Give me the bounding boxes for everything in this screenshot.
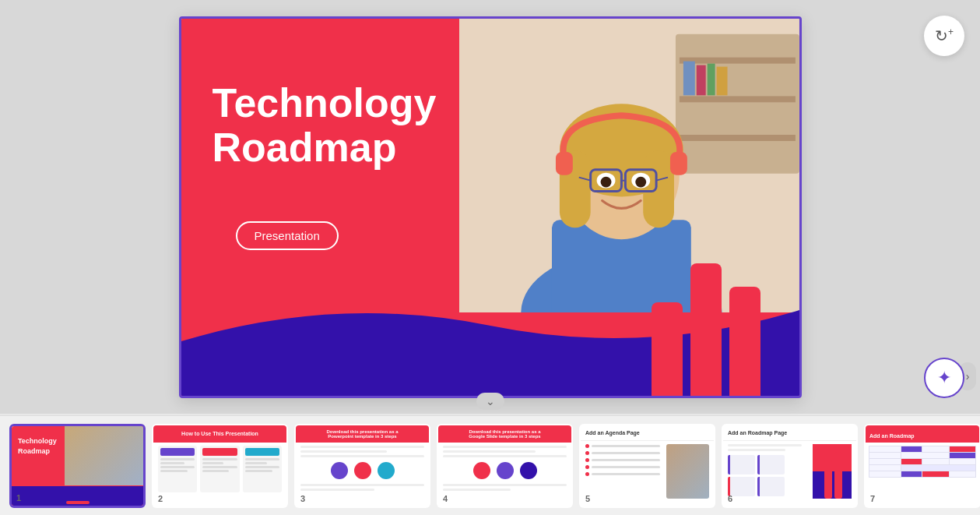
svg-rect-5 [683,61,695,95]
svg-rect-2 [680,57,796,63]
slide-title: Technology Roadmap [213,81,454,170]
svg-rect-29 [834,452,842,499]
svg-rect-1 [676,34,799,173]
ai-magic-button[interactable]: ✦ [924,358,964,398]
thumbnail-7[interactable]: Add an Roadmap [864,424,980,508]
thumb4-header: Download this presentation as aGoogle Sl… [438,425,571,443]
thumb4-step1 [473,462,490,479]
thumb4-step2 [497,462,514,479]
svg-rect-24 [556,151,573,175]
main-slide-area: Technology Roadmap Presentation [0,0,980,414]
thumb1-bottom-dots [12,501,143,504]
thumb3-step2 [354,462,371,479]
svg-rect-25 [670,151,687,175]
thumb5-content [581,441,714,502]
presentation-button[interactable]: Presentation [236,221,339,250]
deco-bar-3 [729,287,760,396]
thumb3-step1 [331,462,348,479]
slide-background: Technology Roadmap Presentation [181,19,799,396]
thumbnail-1[interactable]: Technology Roadmap 1 [9,424,146,508]
thumb7-header: Add an Roadmap [866,425,979,443]
svg-rect-28 [824,460,832,499]
thumb7-number: 7 [870,494,875,503]
thumb3-step3 [378,462,395,479]
thumb3-header: Download this presentation as aPowerpoin… [296,425,429,443]
svg-rect-4 [680,135,796,141]
svg-point-23 [635,176,646,187]
refresh-plus-icon: ↻+ [935,26,954,45]
thumb2-number: 2 [158,494,163,503]
thumb5-header: Add an Agenda Page [581,425,714,441]
thumb3-number: 3 [300,494,305,503]
ai-refresh-button[interactable]: ↻+ [924,16,964,56]
thumbnail-2[interactable]: How to Use This Presentation [152,424,288,508]
deco-bar-2 [690,263,722,396]
thumb6-graphic [813,444,852,499]
thumbnail-strip: Technology Roadmap 1 How to Use This Pre… [0,415,980,515]
thumb2-col-1 [158,446,197,492]
deco-bar-1 [652,302,683,396]
thumb6-number: 6 [728,494,732,503]
thumb5-number: 5 [585,494,590,503]
thumb2-col-3 [243,446,282,492]
thumb3-content [296,443,429,496]
thumb1-photo [65,426,143,486]
decorative-bars [652,256,768,396]
svg-rect-6 [697,65,706,95]
svg-rect-14 [643,150,674,227]
thumb2-col-2 [200,446,239,492]
thumb4-content [438,443,571,496]
thumb4-step3 [520,462,537,479]
thumb6-content [723,441,856,502]
thumb5-photo [666,444,709,499]
thumb2-header: How to Use This Presentation [153,425,286,443]
chevron-down-icon: ⌄ [486,395,495,407]
svg-point-22 [600,176,611,187]
thumb1-title: Technology Roadmap [18,436,65,456]
thumb7-content [866,443,979,481]
thumbnail-5[interactable]: Add an Agenda Page 5 [579,424,715,508]
thumbnail-6[interactable]: Add an Roadmap Page [722,424,858,508]
thumb4-number: 4 [443,494,448,503]
scroll-down-button[interactable]: ⌄ [476,393,504,410]
svg-rect-3 [680,96,796,102]
thumbnail-4[interactable]: Download this presentation as aGoogle Sl… [437,424,573,508]
thumbnail-3[interactable]: Download this presentation as aPowerpoin… [294,424,430,508]
thumb6-header: Add an Roadmap Page [723,425,856,441]
svg-rect-7 [707,63,715,95]
thumb5-bullets [585,444,660,499]
thumb1-number: 1 [16,493,21,503]
svg-rect-8 [716,66,727,95]
chevron-right-icon: › [966,370,970,383]
sparkle-icon: ✦ [937,368,951,388]
thumb2-content [153,443,286,496]
slide-canvas: Technology Roadmap Presentation [179,16,802,398]
